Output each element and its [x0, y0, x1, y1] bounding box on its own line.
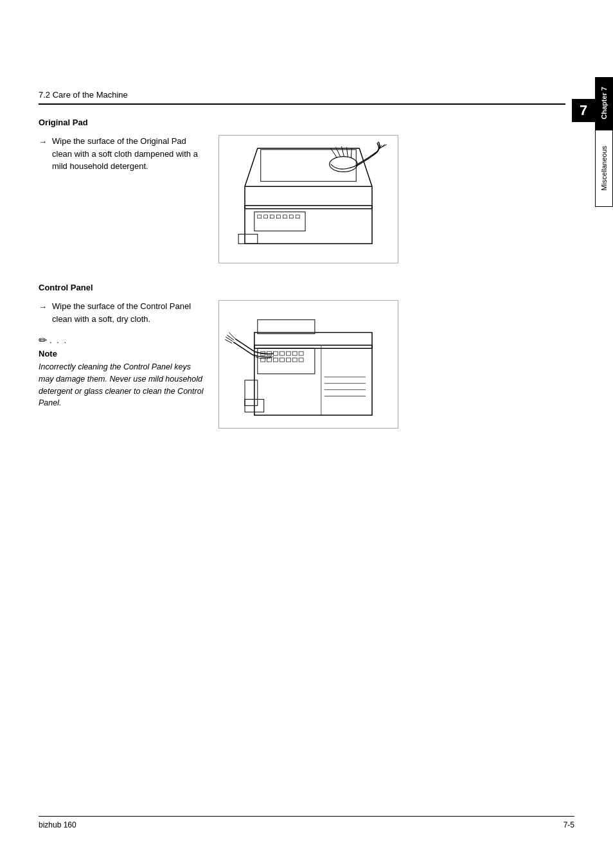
sidebar-misc: Miscellaneous [595, 130, 613, 207]
svg-line-21 [377, 142, 378, 143]
svg-rect-0 [245, 206, 372, 244]
note-box: ✏ . . . Note Incorrectly cleaning the Co… [39, 334, 206, 409]
svg-rect-41 [292, 358, 297, 362]
svg-rect-35 [299, 351, 303, 355]
original-pad-bullet: → Wipe the surface of the Original Pad c… [39, 135, 206, 173]
control-panel-bullet: → Wipe the surface of the Control Panel … [39, 300, 206, 325]
svg-rect-32 [280, 351, 284, 355]
page-footer: bizhub 160 7-5 [39, 816, 574, 829]
svg-rect-11 [283, 215, 287, 218]
svg-rect-31 [274, 351, 278, 355]
svg-rect-12 [289, 215, 293, 218]
footer-page-number: 7-5 [564, 820, 574, 829]
svg-rect-26 [254, 333, 372, 349]
original-pad-title: Original Pad [39, 118, 565, 127]
svg-rect-8 [264, 215, 268, 218]
original-pad-section: Original Pad → Wipe the surface of the O… [39, 118, 565, 263]
svg-rect-38 [274, 358, 278, 362]
svg-rect-10 [277, 215, 281, 218]
header-section-title: 7.2 Care of the Machine [39, 90, 128, 100]
note-dots: . . . [49, 335, 67, 345]
sidebar-chapter: Chapter 7 [595, 77, 613, 128]
original-pad-description: Wipe the surface of the Original Pad cle… [52, 135, 206, 173]
svg-line-2 [245, 148, 258, 186]
svg-rect-39 [280, 358, 284, 362]
original-pad-text: → Wipe the surface of the Original Pad c… [39, 135, 206, 178]
sidebar-tab: Chapter 7 Miscellaneous [595, 77, 613, 207]
control-panel-title: Control Panel [39, 283, 565, 292]
svg-rect-43 [245, 380, 258, 406]
svg-rect-25 [254, 345, 372, 415]
svg-rect-9 [271, 215, 274, 218]
svg-rect-33 [286, 351, 290, 355]
note-text: Incorrectly cleaning the Control Panel k… [39, 361, 206, 409]
svg-line-3 [359, 148, 372, 186]
bullet-arrow-2: → [39, 301, 47, 314]
svg-rect-5 [261, 150, 357, 182]
svg-point-15 [330, 157, 358, 172]
control-panel-svg [219, 301, 398, 428]
control-panel-illustration [218, 300, 398, 429]
control-panel-description: Wipe the surface of the Control Panel cl… [52, 300, 206, 325]
footer-product-name: bizhub 160 [39, 820, 76, 829]
svg-line-51 [227, 335, 234, 340]
bullet-arrow: → [39, 136, 47, 148]
original-pad-illustration [218, 135, 398, 263]
control-panel-body: → Wipe the surface of the Control Panel … [39, 300, 565, 429]
svg-line-50 [229, 333, 235, 339]
original-pad-body: → Wipe the surface of the Original Pad c… [39, 135, 565, 263]
chapter-label: Chapter 7 [600, 87, 608, 120]
note-icon-row: ✏ . . . [39, 334, 206, 346]
note-label: Note [39, 349, 206, 359]
svg-rect-14 [238, 234, 258, 244]
misc-label: Miscellaneous [600, 146, 608, 191]
svg-rect-42 [299, 358, 303, 362]
svg-rect-27 [258, 320, 315, 334]
page-header: 7.2 Care of the Machine [39, 90, 565, 105]
svg-rect-40 [286, 358, 290, 362]
original-pad-svg [219, 136, 398, 263]
svg-rect-7 [258, 215, 262, 218]
svg-rect-6 [254, 212, 305, 231]
note-pencil-icon: ✏ [39, 334, 47, 346]
control-panel-text: → Wipe the surface of the Control Panel … [39, 300, 206, 409]
main-content: 7.2 Care of the Machine Original Pad → W… [39, 90, 591, 448]
svg-rect-34 [292, 351, 297, 355]
svg-rect-13 [296, 215, 299, 218]
control-panel-section: Control Panel → Wipe the surface of the … [39, 283, 565, 429]
